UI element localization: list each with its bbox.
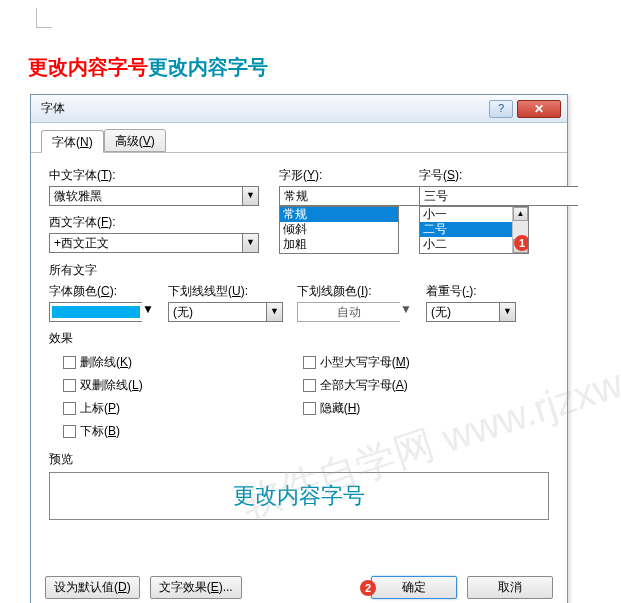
- style-listbox[interactable]: 常规 倾斜 加粗: [279, 206, 399, 254]
- tabbar: 字体(N) 高级(V): [31, 123, 567, 153]
- button-bar: 设为默认值(D) 文字效果(E)... 2 确定 取消: [31, 568, 567, 603]
- chevron-down-icon[interactable]: ▼: [142, 302, 154, 322]
- chevron-down-icon[interactable]: ▼: [242, 233, 259, 253]
- callout-badge-1: 1: [514, 235, 529, 251]
- checkbox-subscript[interactable]: 下标(B): [63, 423, 143, 440]
- font-color-combo[interactable]: ▼: [49, 302, 154, 322]
- list-item[interactable]: 加粗: [280, 237, 398, 252]
- font-dialog: 字体 ? ✕ 字体(N) 高级(V) 软件自学网 www.rjzxw.com 中…: [30, 94, 568, 603]
- underline-combo[interactable]: (无) ▼: [168, 302, 283, 322]
- titlebar: 字体 ? ✕: [31, 95, 567, 123]
- list-item[interactable]: 小一: [420, 207, 512, 222]
- chevron-down-icon[interactable]: ▼: [266, 302, 283, 322]
- ok-button[interactable]: 2 确定: [371, 576, 457, 599]
- checkbox-icon[interactable]: [63, 379, 76, 392]
- checkbox-icon[interactable]: [63, 402, 76, 415]
- style-label: 字形(Y):: [279, 167, 399, 184]
- style-input-combo[interactable]: [279, 186, 399, 206]
- header-sample-text: 更改内容字号更改内容字号: [28, 54, 268, 81]
- header-red: 更改内容字号: [28, 56, 148, 78]
- set-default-button[interactable]: 设为默认值(D): [45, 576, 140, 599]
- dialog-body: 软件自学网 www.rjzxw.com 中文字体(T): ▼ 西文字体(F): …: [31, 153, 567, 568]
- checkbox-hidden[interactable]: 隐藏(H): [303, 400, 410, 417]
- size-listbox[interactable]: 小一 二号 小二 ▲ ▼ 1: [419, 206, 529, 254]
- header-teal: 更改内容字号: [148, 56, 268, 78]
- cn-font-combo[interactable]: ▼: [49, 186, 259, 206]
- tab-advanced-label: 高级: [115, 134, 139, 148]
- effects-right-col: 小型大写字母(M) 全部大写字母(A) 隐藏(H): [303, 351, 410, 443]
- chevron-down-icon[interactable]: ▼: [400, 302, 412, 322]
- list-item[interactable]: 倾斜: [280, 222, 398, 237]
- underline-label: 下划线线型(U):: [168, 283, 283, 300]
- checkbox-icon[interactable]: [303, 356, 316, 369]
- list-item[interactable]: 常规: [280, 207, 398, 222]
- effects-left-col: 删除线(K) 双删除线(L) 上标(P) 下标(B): [63, 351, 143, 443]
- tab-advanced[interactable]: 高级(V): [104, 129, 166, 152]
- close-button[interactable]: ✕: [517, 100, 561, 118]
- tab-font-label: 字体: [52, 135, 76, 149]
- tab-font[interactable]: 字体(N): [41, 130, 104, 153]
- checkbox-double-strike[interactable]: 双删除线(L): [63, 377, 143, 394]
- west-font-combo[interactable]: ▼: [49, 233, 259, 253]
- callout-badge-2: 2: [360, 580, 376, 596]
- list-item[interactable]: 小二: [420, 237, 512, 252]
- font-color-label: 字体颜色(C):: [49, 283, 154, 300]
- checkbox-smallcaps[interactable]: 小型大写字母(M): [303, 354, 410, 371]
- text-effects-button[interactable]: 文字效果(E)...: [150, 576, 242, 599]
- checkbox-icon[interactable]: [63, 356, 76, 369]
- style-input[interactable]: [279, 186, 438, 206]
- checkbox-superscript[interactable]: 上标(P): [63, 400, 143, 417]
- dialog-title: 字体: [41, 100, 489, 117]
- chevron-up-icon[interactable]: ▲: [513, 207, 528, 221]
- size-input-combo[interactable]: [419, 186, 529, 206]
- text-cursor-corner: [36, 8, 52, 28]
- preview-label: 预览: [49, 451, 549, 468]
- all-text-label: 所有文字: [49, 262, 549, 279]
- list-item[interactable]: 二号: [420, 222, 512, 237]
- cn-font-label: 中文字体(T):: [49, 167, 259, 184]
- effects-label: 效果: [49, 330, 549, 347]
- preview-text: 更改内容字号: [233, 481, 365, 511]
- west-font-label: 西文字体(F):: [49, 214, 259, 231]
- west-font-input[interactable]: [49, 233, 242, 253]
- size-input[interactable]: [419, 186, 578, 206]
- preview-box: 更改内容字号: [49, 472, 549, 520]
- emphasis-label: 着重号(·):: [426, 283, 516, 300]
- checkbox-allcaps[interactable]: 全部大写字母(A): [303, 377, 410, 394]
- chevron-down-icon[interactable]: ▼: [499, 302, 516, 322]
- cn-font-input[interactable]: [49, 186, 242, 206]
- underline-color-label: 下划线颜色(I):: [297, 283, 412, 300]
- chevron-down-icon[interactable]: ▼: [242, 186, 259, 206]
- checkbox-icon[interactable]: [63, 425, 76, 438]
- help-button[interactable]: ?: [489, 100, 513, 118]
- color-swatch: [52, 306, 140, 318]
- checkbox-icon[interactable]: [303, 402, 316, 415]
- cancel-button[interactable]: 取消: [467, 576, 553, 599]
- checkbox-icon[interactable]: [303, 379, 316, 392]
- emphasis-combo[interactable]: (无) ▼: [426, 302, 516, 322]
- checkbox-strikethrough[interactable]: 删除线(K): [63, 354, 143, 371]
- underline-color-combo[interactable]: 自动 ▼: [297, 302, 412, 322]
- size-label: 字号(S):: [419, 167, 529, 184]
